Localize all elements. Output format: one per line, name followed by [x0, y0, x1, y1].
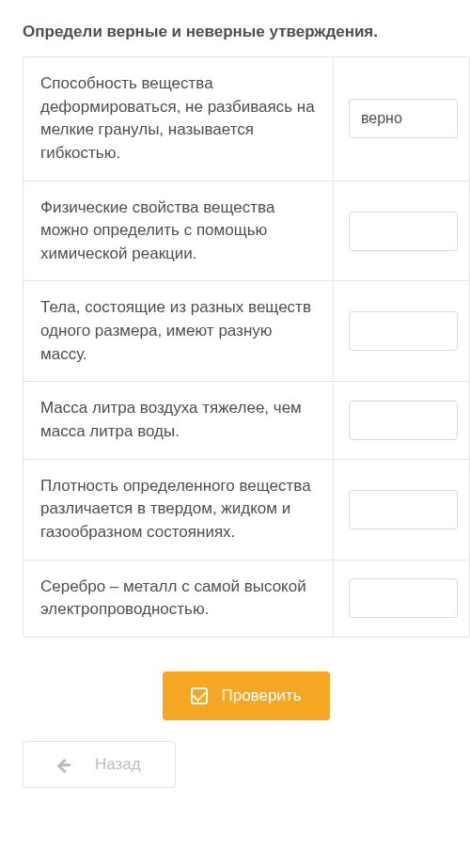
table-row: Плотность определенного вещества различа… [24, 460, 469, 560]
answer-select[interactable] [349, 401, 458, 440]
answer-select[interactable]: верно [349, 99, 458, 138]
answer-select[interactable] [349, 490, 458, 529]
table-row: Способность вещества деформироваться, не… [24, 57, 469, 181]
answer-cell: верно [334, 57, 469, 181]
answer-select[interactable] [349, 311, 458, 351]
statement-cell: Способность вещества деформироваться, не… [24, 57, 334, 181]
actions-row: Проверить [23, 671, 470, 720]
answer-cell [334, 181, 469, 281]
page-title: Определи верные и неверные утверждения. [23, 23, 470, 41]
table-row: Физические свойства вещества можно опред… [24, 181, 469, 282]
answer-select[interactable] [349, 212, 458, 251]
answer-cell [334, 382, 469, 458]
answer-cell [334, 460, 469, 560]
statement-cell: Масса литра воздуха тяжелее, чем масса л… [24, 382, 334, 458]
check-button-label: Проверить [221, 687, 301, 705]
check-icon [191, 687, 208, 704]
check-button[interactable]: Проверить [163, 671, 329, 720]
table-row: Тела, состоящие из разных веществ одного… [24, 281, 469, 382]
table-row: Серебро – металл с самой высокой электро… [24, 560, 469, 637]
statement-cell: Серебро – металл с самой высокой электро… [24, 560, 334, 637]
back-button-label: Назад [95, 755, 141, 774]
answer-select[interactable] [349, 578, 458, 618]
arrow-left-icon [57, 758, 70, 771]
statement-cell: Физические свойства вещества можно опред… [24, 181, 334, 281]
statements-table: Способность вещества деформироваться, не… [23, 56, 470, 638]
back-row: Назад [23, 741, 470, 788]
answer-cell [334, 560, 469, 637]
table-row: Масса литра воздуха тяжелее, чем масса л… [24, 382, 469, 459]
back-button[interactable]: Назад [23, 741, 176, 788]
statement-cell: Тела, состоящие из разных веществ одного… [24, 281, 334, 381]
statement-cell: Плотность определенного вещества различа… [24, 460, 334, 560]
answer-cell [334, 281, 469, 381]
